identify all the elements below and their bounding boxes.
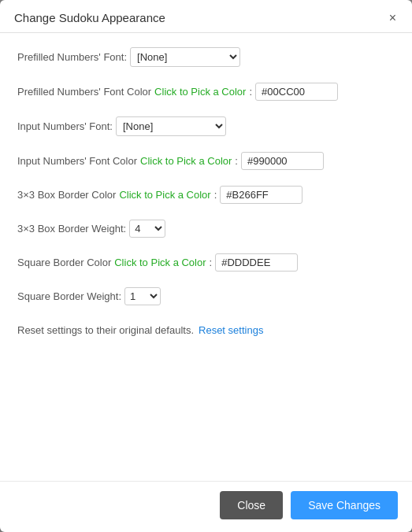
input-color-colon: : bbox=[235, 155, 238, 167]
box-border-color-colon: : bbox=[214, 189, 217, 201]
reset-row: Reset settings to their original default… bbox=[17, 324, 395, 336]
square-color-label: Square Border Color bbox=[17, 257, 111, 268]
input-color-picker-link[interactable]: Click to Pick a Color bbox=[140, 155, 232, 167]
save-changes-button[interactable]: Save Changes bbox=[291, 491, 398, 519]
close-button[interactable]: Close bbox=[220, 491, 283, 519]
prefilled-font-row: Prefilled Numbers' Font: [None]ArialCour… bbox=[17, 47, 395, 67]
change-appearance-dialog: Change Sudoku Appearance × Prefilled Num… bbox=[0, 0, 412, 532]
prefilled-color-input[interactable] bbox=[255, 83, 338, 101]
square-weight-row: Square Border Weight: 12345 bbox=[17, 287, 395, 305]
box-border-color-label: 3×3 Box Border Color bbox=[17, 189, 116, 201]
square-color-colon: : bbox=[210, 257, 213, 268]
reset-label: Reset settings to their original default… bbox=[17, 324, 194, 336]
reset-settings-link[interactable]: Reset settings bbox=[199, 324, 263, 336]
box-border-weight-row: 3×3 Box Border Weight: 123456 bbox=[17, 220, 395, 238]
square-weight-label: Square Border Weight: bbox=[17, 290, 121, 302]
dialog-header: Change Sudoku Appearance × bbox=[0, 0, 412, 33]
square-color-picker-link[interactable]: Click to Pick a Color bbox=[114, 257, 206, 268]
close-x-button[interactable]: × bbox=[388, 12, 398, 24]
dialog-title: Change Sudoku Appearance bbox=[14, 11, 165, 24]
box-border-weight-select[interactable]: 123456 bbox=[129, 220, 165, 238]
prefilled-font-select[interactable]: [None]ArialCourierGeorgiaVerdana bbox=[130, 47, 240, 67]
prefilled-color-picker-link[interactable]: Click to Pick a Color bbox=[154, 86, 246, 98]
square-color-row: Square Border Color Click to Pick a Colo… bbox=[17, 253, 395, 272]
square-weight-select[interactable]: 12345 bbox=[124, 287, 161, 305]
input-font-label: Input Numbers' Font: bbox=[17, 120, 113, 132]
prefilled-color-colon: : bbox=[249, 86, 252, 98]
box-border-color-picker-link[interactable]: Click to Pick a Color bbox=[119, 189, 210, 201]
input-color-row: Input Numbers' Font Color Click to Pick … bbox=[17, 152, 395, 170]
input-color-label: Input Numbers' Font Color bbox=[17, 155, 137, 167]
box-border-color-input[interactable] bbox=[220, 186, 303, 204]
dialog-body: Prefilled Numbers' Font: [None]ArialCour… bbox=[0, 33, 412, 481]
prefilled-color-row: Prefilled Numbers' Font Color Click to P… bbox=[17, 83, 395, 101]
dialog-footer: Close Save Changes bbox=[0, 481, 412, 532]
box-border-weight-label: 3×3 Box Border Weight: bbox=[17, 223, 126, 235]
input-font-row: Input Numbers' Font: [None]ArialCourierG… bbox=[17, 116, 395, 136]
prefilled-color-label: Prefilled Numbers' Font Color bbox=[17, 86, 151, 98]
prefilled-font-label: Prefilled Numbers' Font: bbox=[17, 51, 127, 63]
input-color-input[interactable] bbox=[241, 152, 324, 170]
box-border-color-row: 3×3 Box Border Color Click to Pick a Col… bbox=[17, 186, 395, 204]
input-font-select[interactable]: [None]ArialCourierGeorgiaVerdana bbox=[116, 116, 226, 136]
square-color-input[interactable] bbox=[215, 253, 298, 272]
